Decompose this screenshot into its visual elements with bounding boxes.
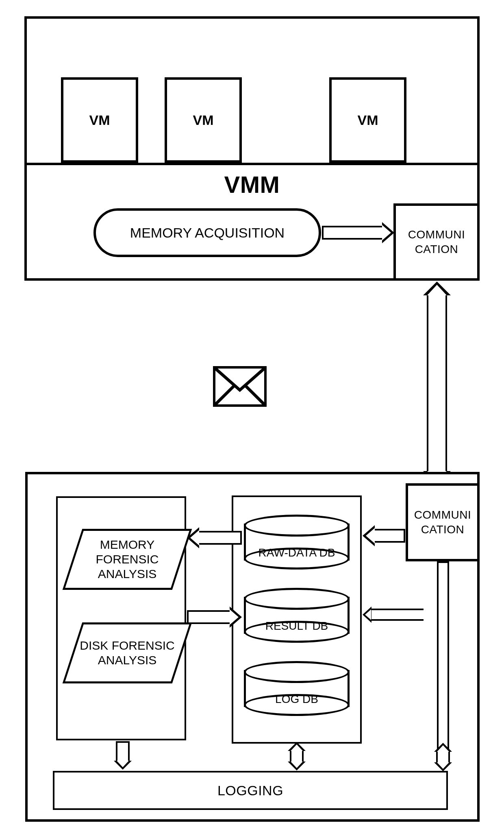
db-raw-cylinder: RAW-DATA DB: [244, 515, 350, 570]
arrow-db-logging: [285, 742, 309, 770]
logging-box: LOGGING: [53, 771, 448, 810]
disk-forensic-node: DISK FORENSIC ANALYSIS: [72, 622, 178, 679]
comm-down-shaft: [437, 561, 449, 761]
memory-acquisition-node: MEMORY ACQUISITION: [93, 208, 321, 257]
arrow-comm-logging: [431, 743, 455, 771]
logging-label: LOGGING: [217, 783, 283, 799]
vmm-title: VMM: [163, 171, 341, 198]
arrow-forensic-to-resultdb: [187, 610, 242, 624]
memory-acquisition-label: MEMORY ACQUISITION: [130, 225, 285, 241]
arrow-comm-to-rawdb: [363, 529, 405, 543]
db-result-label: RESULT DB: [244, 620, 350, 633]
arrow-comm-link: [411, 282, 463, 485]
communication-bottom-box: COMMUNI CATION: [406, 483, 480, 561]
memory-forensic-label: MEMORY FORENSIC ANALYSIS: [74, 537, 180, 581]
vm-box-2: VM: [165, 77, 242, 163]
vm-label-1: VM: [89, 112, 110, 128]
vm-label-2: VM: [193, 112, 214, 128]
disk-forensic-label: DISK FORENSIC ANALYSIS: [74, 638, 180, 668]
db-log-cylinder: LOG DB: [244, 661, 350, 716]
db-log-label: LOG DB: [244, 693, 350, 706]
communication-top-label: COMMUNI CATION: [408, 227, 465, 257]
arrow-forensic-to-logging: [114, 741, 132, 770]
db-result-cylinder: RESULT DB: [244, 588, 350, 643]
vm-box-3: VM: [329, 77, 406, 163]
vmm-separator: [24, 163, 480, 165]
communication-top-box: COMMUNI CATION: [393, 203, 480, 281]
arrow-rawdb-to-forensic: [187, 531, 242, 545]
db-raw-label: RAW-DATA DB: [244, 546, 350, 559]
memory-forensic-node: MEMORY FORENSIC ANALYSIS: [72, 529, 178, 586]
arrow-memacq-to-comm: [322, 226, 394, 240]
vm-box-1: VM: [61, 77, 138, 163]
mail-icon: [213, 366, 267, 407]
arrow-comm-resultdb: [363, 609, 424, 621]
communication-bottom-label: COMMUNI CATION: [414, 508, 471, 537]
vm-label-3: VM: [358, 112, 378, 128]
